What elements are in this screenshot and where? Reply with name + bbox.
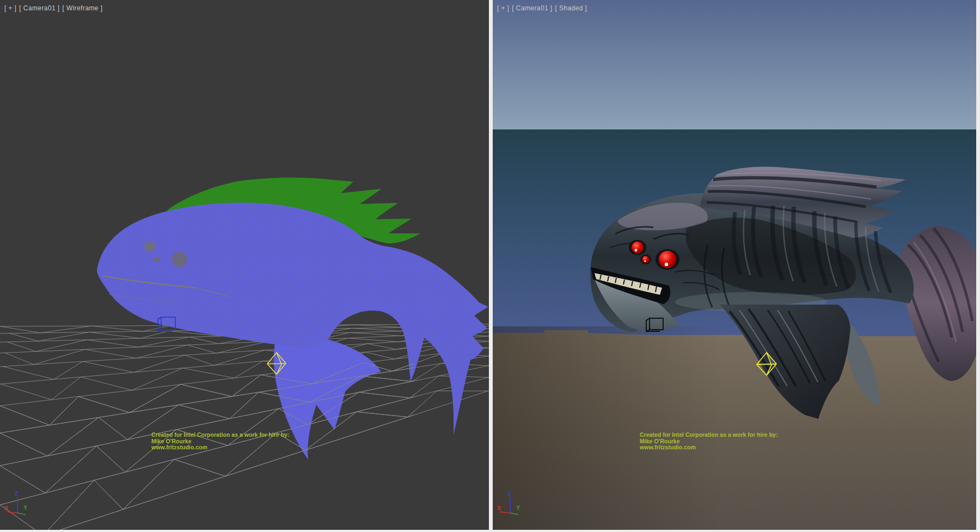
ground[interactable] [493, 326, 976, 530]
axis-z-label: Z [15, 490, 19, 497]
credit-line-1: Created for Intel Corporation as a work … [151, 432, 289, 438]
wireframe-fish[interactable] [97, 178, 488, 460]
axis-x-label: X [497, 505, 501, 511]
axis-y-label: Y [23, 504, 28, 511]
viewport-label: [ + ] [ Camera01 ] [ Shaded ] [497, 4, 587, 12]
viewport-general-menu[interactable]: [ + ] [4, 4, 16, 12]
credit-line-3: www.fritzstudio.com [151, 444, 289, 451]
credit-line-1: Created for Intel Corporation as a work … [640, 432, 777, 438]
credit-text: Created for Intel Corporation as a work … [640, 432, 777, 451]
eye-small [642, 256, 650, 263]
viewport-wireframe[interactable]: Z X Y [ + ] [ Camera01 ] [ Wireframe ] C… [0, 0, 489, 530]
axis-x-label: X [4, 505, 9, 511]
viewport-pov-menu[interactable]: [ Camera01 ] [19, 4, 59, 12]
viewport-label: [ + ] [ Camera01 ] [ Wireframe ] [4, 4, 102, 12]
sky [493, 0, 976, 129]
axis-z-label: Z [507, 490, 511, 497]
eye-spot-large [172, 252, 187, 267]
viewport-pov-menu[interactable]: [ Camera01 ] [512, 4, 552, 12]
eye-top [632, 242, 644, 253]
viewport-shading-menu[interactable]: [ Shaded ] [555, 4, 587, 12]
max-dual-viewport: Z X Y [ + ] [ Camera01 ] [ Wireframe ] C… [0, 0, 980, 532]
credit-text: Created for Intel Corporation as a work … [151, 432, 289, 451]
viewport-shading-menu[interactable]: [ Wireframe ] [63, 4, 103, 12]
axis-tripod: Z X Y [4, 490, 28, 515]
axis-y-label: Y [516, 504, 520, 511]
credit-line-3: www.fritzstudio.com [640, 444, 777, 451]
eye-spot-top [144, 241, 155, 252]
viewport-shaded[interactable]: Z X Y [ + ] [ Camera01 ] [ Shaded ] Crea… [493, 0, 976, 530]
viewport-general-menu[interactable]: [ + ] [497, 4, 509, 12]
eye-spot-small [154, 257, 160, 263]
